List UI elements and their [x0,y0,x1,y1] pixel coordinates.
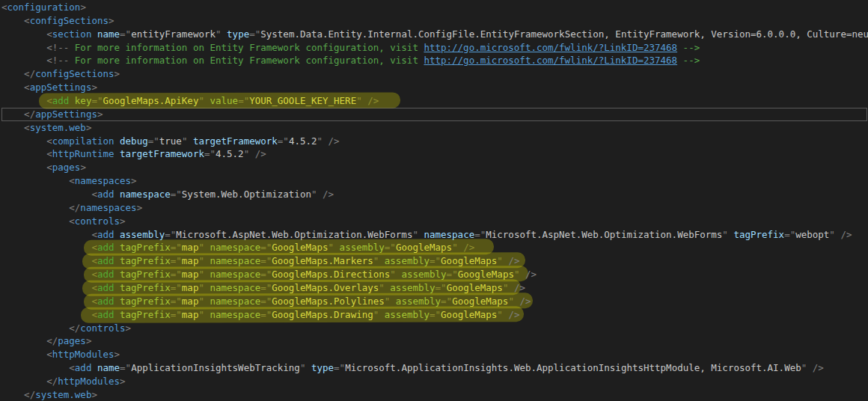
code-token: namespaces [80,202,136,213]
code-token: " /> [829,229,852,240]
code-line-text: <section name="entityFramework" type="Sy… [1,28,868,41]
code-token: namespace [120,189,171,200]
code-token: > [126,322,132,334]
code-token: </ [1,322,80,334]
code-token: =" [238,95,249,106]
code-token: namespaces [75,175,131,186]
code-line-text: <system.web> [1,121,91,135]
code-token: < [1,122,30,133]
code-token: httpRuntime [52,148,114,159]
hyperlink[interactable]: http://go.microsoft.com/fwlink/?LinkID=2… [424,55,677,66]
code-token: " [198,255,210,266]
code-token: " [198,269,210,280]
code-token: </ [1,335,58,346]
code-token: name [97,362,120,373]
code-line[interactable]: <pages> [1,161,868,174]
code-line[interactable]: <add tagPrefix="map" namespace="GoogleMa… [1,308,868,322]
code-token: =" [120,28,131,40]
code-line[interactable]: <add tagPrefix="map" namespace="GoogleMa… [1,241,868,254]
code-token: namespace [210,309,260,320]
code-token: " /> [356,95,379,106]
hyperlink[interactable]: http://go.microsoft.com/fwlink/?LinkID=2… [424,42,677,53]
code-token: > [114,349,120,360]
code-token: true [159,135,182,147]
code-token: " /> [311,189,334,200]
code-token: </ [1,202,80,213]
code-token: < [1,162,52,173]
code-token: =" [171,296,182,307]
code-line[interactable]: <controls> [1,215,868,228]
code-token: =" [120,362,131,373]
code-token: httpModules [52,349,114,360]
code-token: =" [260,269,272,280]
code-line[interactable]: <add tagPrefix="map" namespace="GoogleMa… [1,281,868,295]
code-token: " /> [801,362,824,373]
code-token: GoogleMaps [441,255,497,266]
code-token: configSections [35,68,114,79]
code-line[interactable]: <compilation debug="true" targetFramewor… [1,135,868,148]
code-token: --> [677,55,700,66]
code-token: GoogleMaps.ApiKey [103,95,198,106]
code-line[interactable]: <!-- For more information on Entity Fram… [1,54,868,67]
code-token: " [373,255,385,266]
code-line[interactable]: </system.web> [1,388,868,401]
code-line-text: <add tagPrefix="map" namespace="GoogleMa… [1,268,537,281]
code-line[interactable]: <add tagPrefix="map" namespace="GoogleMa… [1,268,868,281]
code-token: YOUR_GOOLE_KEY_HERE [249,95,356,106]
code-token: > [86,335,92,346]
code-token: < [1,15,30,26]
code-token: " [182,135,193,147]
code-line[interactable]: <httpModules> [1,348,868,361]
code-token: add [97,309,114,320]
code-line[interactable]: <add assembly="Microsoft.AspNet.Web.Opti… [1,228,868,242]
code-token: Microsoft.AspNet.Web.Optimization.WebFor… [176,229,412,240]
code-token: /> [514,296,531,307]
code-line[interactable]: </configSections> [1,67,868,81]
code-line-text: </pages> [1,334,91,348]
code-line[interactable]: <add tagPrefix="map" namespace="GoogleMa… [1,254,868,268]
code-line-text: <namespaces> [1,174,137,188]
code-line[interactable]: </appSettings> [1,108,868,121]
code-line[interactable]: <add name="ApplicationInsightsWebTrackin… [1,361,868,375]
code-line-text: <appSettings> [1,81,97,94]
code-line[interactable]: </httpModules> [1,375,868,388]
code-token: GoogleMaps.Overlays [272,282,379,293]
code-token: " [497,309,503,320]
code-token: =" [278,135,289,147]
code-token: GoogleMaps.Polylines [272,296,385,307]
code-line[interactable]: <!-- For more information on Entity Fram… [1,41,868,55]
code-token: =" [447,269,458,280]
code-line[interactable]: <add namespace="System.Web.Optimization"… [1,188,868,201]
code-token [91,28,97,40]
code-token: assembly [385,309,430,320]
code-line-text: <add tagPrefix="map" namespace="GoogleMa… [1,254,519,268]
code-line[interactable]: </namespaces> [1,201,868,215]
code-line[interactable]: <configuration> [1,1,868,14]
code-token: > [80,162,86,173]
code-token: /> [503,255,520,266]
code-token: > [80,1,86,13]
code-token: namespace [210,282,260,293]
code-token: < [1,175,75,186]
code-editor[interactable]: <configuration> <configSections> <sectio… [0,0,868,401]
code-token: map [182,309,199,320]
code-line-text: <configSections> [1,14,114,28]
code-token: =" [165,229,176,240]
code-token: section [52,28,92,40]
code-line[interactable]: <namespaces> [1,174,868,188]
code-line[interactable]: </pages> [1,334,868,348]
code-token: Microsoft.ApplicationInsights.Web.Applic… [345,362,801,373]
code-line[interactable]: <add tagPrefix="map" namespace="GoogleMa… [1,295,868,308]
code-line[interactable]: <system.web> [1,121,868,135]
code-token: /> [508,282,525,293]
code-line[interactable]: <httpRuntime targetFramework="4.5.2" /> [1,147,868,161]
code-token: " [497,255,503,266]
code-line[interactable]: <section name="entityFramework" type="Sy… [1,28,868,41]
code-token: " [412,229,424,240]
code-line[interactable]: <configSections> [1,14,868,28]
code-token: =" [171,242,182,253]
code-line[interactable]: </controls> [1,322,868,335]
code-token: " [390,269,401,280]
code-line-text: </configSections> [1,67,120,81]
code-line[interactable]: <add key="GoogleMaps.ApiKey" value="YOUR… [1,94,868,108]
